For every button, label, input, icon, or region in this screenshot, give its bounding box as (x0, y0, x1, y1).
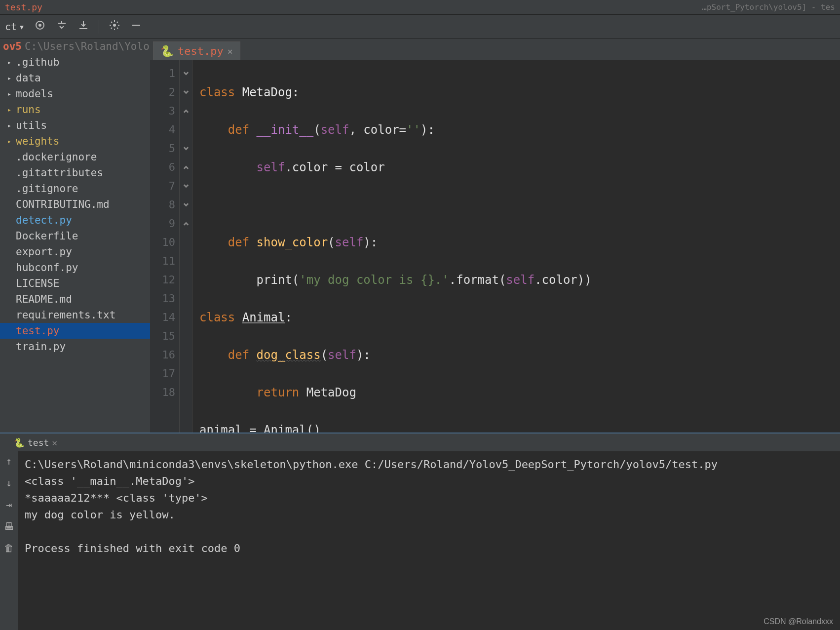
line-number: 11 (150, 252, 175, 271)
tree-item[interactable]: Dockerfile (0, 228, 150, 244)
fold-marker[interactable] (180, 196, 192, 214)
tree-item-label: README.md (16, 293, 72, 305)
fold-marker[interactable] (180, 308, 192, 327)
file-icon (5, 279, 14, 288)
tree-item-label: Dockerfile (16, 230, 78, 242)
target-icon[interactable] (34, 19, 46, 34)
fold-marker[interactable] (180, 120, 192, 139)
tree-item[interactable]: README.md (0, 291, 150, 307)
tree-item[interactable]: ▸data (0, 70, 150, 86)
tab-label: test.py (178, 45, 224, 57)
run-tab-test[interactable]: 🐍 test ✕ (9, 435, 62, 450)
tree-root[interactable]: ov5 C:\Users\Roland\Yolov5_De (0, 39, 150, 54)
file-icon (5, 216, 14, 225)
run-output[interactable]: C:\Users\Roland\miniconda3\envs\skeleton… (18, 451, 840, 630)
step-into-icon[interactable] (77, 19, 90, 34)
fold-marker[interactable] (180, 64, 192, 83)
close-icon[interactable]: ✕ (52, 437, 57, 448)
close-icon[interactable]: ✕ (228, 46, 233, 56)
tree-item[interactable]: test.py (0, 323, 150, 339)
fold-marker[interactable] (180, 214, 192, 233)
fold-gutter[interactable] (180, 60, 192, 433)
editor-body[interactable]: 123456789101112131415161718 class MetaDo… (150, 60, 840, 433)
file-icon (5, 326, 14, 335)
line-number: 4 (150, 120, 175, 139)
tree-item[interactable]: ▸utils (0, 118, 150, 133)
svg-point-3 (113, 24, 116, 27)
tree-item[interactable]: .gitignore (0, 181, 150, 197)
line-number: 3 (150, 102, 175, 120)
fold-marker[interactable] (180, 346, 192, 364)
svg-rect-2 (79, 28, 87, 29)
tree-item-label: train.py (16, 341, 66, 353)
tree-item-label: hubconf.py (16, 262, 78, 274)
file-icon (5, 153, 14, 161)
watermark: CSDN @Rolandxxx (764, 617, 833, 626)
title-bar: test.py …pSort_Pytorch\yolov5] - tes (0, 0, 840, 15)
tree-item[interactable]: requirements.txt (0, 307, 150, 323)
fold-marker[interactable] (180, 289, 192, 308)
tree-item[interactable]: .gitattributes (0, 165, 150, 181)
line-number: 13 (150, 289, 175, 308)
tree-item-label: detect.py (16, 214, 72, 226)
folder-icon: ▸ (5, 105, 14, 114)
print-icon[interactable]: 🖶 (4, 520, 14, 532)
title-path-hint: …pSort_Pytorch\yolov5] - tes (702, 2, 835, 12)
run-tab-label: test (28, 437, 49, 448)
trash-icon[interactable]: 🗑 (4, 542, 14, 554)
tab-test-py[interactable]: 🐍 test.py ✕ (153, 41, 240, 60)
fold-marker[interactable] (180, 102, 192, 120)
gear-icon[interactable] (108, 19, 121, 34)
tree-item-label: data (16, 72, 41, 84)
tree-item[interactable]: detect.py (0, 212, 150, 228)
fold-marker[interactable] (180, 83, 192, 102)
fold-marker[interactable] (180, 233, 192, 252)
fold-marker[interactable] (180, 158, 192, 177)
run-gutter: ↑ ↓ ⇥ 🖶 🗑 (0, 451, 18, 630)
tree-item-label: requirements.txt (16, 309, 115, 321)
fold-marker[interactable] (180, 364, 192, 383)
tree-item[interactable]: export.py (0, 244, 150, 260)
run-panel: 🐍 test ✕ ↑ ↓ ⇥ 🖶 🗑 C:\Users\Roland\minic… (0, 433, 840, 630)
python-icon: 🐍 (160, 45, 174, 57)
folder-icon: ▸ (5, 137, 14, 146)
tree-item[interactable]: train.py (0, 339, 150, 354)
tree-item[interactable]: ▸models (0, 86, 150, 102)
line-number: 7 (150, 177, 175, 196)
svg-rect-4 (132, 25, 140, 26)
tree-item-label: .gitattributes (16, 167, 103, 179)
fold-marker[interactable] (180, 139, 192, 158)
file-icon (5, 247, 14, 256)
tree-item[interactable]: ▸.github (0, 54, 150, 70)
tree-item[interactable]: .dockerignore (0, 149, 150, 165)
tree-item[interactable]: hubconf.py (0, 260, 150, 276)
file-icon (5, 311, 14, 319)
soft-wrap-icon[interactable]: ⇥ (6, 499, 12, 511)
line-number: 15 (150, 327, 175, 346)
code-area[interactable]: class MetaDog: def __init__(self, color=… (192, 60, 840, 433)
title-file: test.py (5, 2, 42, 12)
fold-marker[interactable] (180, 177, 192, 196)
tree-item[interactable]: CONTRIBUTING.md (0, 197, 150, 212)
editor-area: 🐍 test.py ✕ 123456789101112131415161718 … (150, 39, 840, 433)
fold-marker[interactable] (180, 252, 192, 271)
tree-item[interactable]: LICENSE (0, 276, 150, 291)
fold-marker[interactable] (180, 383, 192, 402)
run-config-dropdown[interactable]: ct ▾ (5, 21, 25, 33)
minus-icon[interactable] (130, 19, 143, 34)
line-number: 12 (150, 271, 175, 289)
line-number: 1 (150, 64, 175, 83)
project-root-name: ov5 (3, 40, 22, 52)
line-number-gutter: 123456789101112131415161718 (150, 60, 180, 433)
line-number: 6 (150, 158, 175, 177)
step-over-icon[interactable] (55, 19, 68, 34)
fold-marker[interactable] (180, 327, 192, 346)
fold-marker[interactable] (180, 271, 192, 289)
tree-item[interactable]: ▸runs (0, 102, 150, 118)
python-icon: 🐍 (14, 437, 25, 448)
tree-item[interactable]: ▸weights (0, 133, 150, 149)
arrow-down-icon[interactable]: ↓ (6, 477, 12, 489)
arrow-up-icon[interactable]: ↑ (6, 455, 12, 467)
project-tree[interactable]: ov5 C:\Users\Roland\Yolov5_De ▸.github▸d… (0, 39, 150, 433)
folder-icon: ▸ (5, 74, 14, 82)
